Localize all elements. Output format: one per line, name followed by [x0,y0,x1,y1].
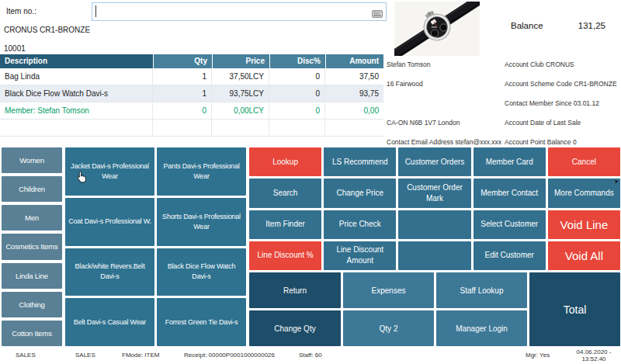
action-button-grid: LookupLS RecommendCustomer OrdersMember … [249,147,620,270]
action-button-label: Lookup [272,157,298,168]
action-button-label: Void Line [560,217,609,233]
cell-qty: 0 [153,102,212,119]
action-button-label: Item Finder [265,219,305,230]
status-time: 13:52:40 [568,355,619,362]
action-button-customer-order-mark[interactable]: Customer Order Mark [398,179,470,207]
bottom-button-manager-login[interactable]: Manager Login [436,310,527,346]
customer-info-line: 16 Fairwood [387,75,503,94]
keyboard-icon[interactable] [372,7,383,15]
cell-disc: 0 [269,68,325,85]
cell-price: 0,00LCY [212,102,269,119]
cell-disc [269,120,325,136]
receipt-table-header: Description Qty Price Disc% Amount [0,54,383,68]
action-button-label: Edit Customer [485,250,534,261]
product-button-black-dice-flow-watch-davi-s[interactable]: Black Dice Flow Watch Davi-s [157,248,246,296]
product-button-coat-davi-s-professional-w[interactable]: Coat Davi-s Professional W. [65,198,154,246]
text-caret [95,5,96,17]
receipt-table-body: Bag Linda137,50LCY037,50Black Dice Flow … [0,68,383,137]
action-button-item-finder[interactable]: Item Finder [249,210,321,239]
category-button-linda-line[interactable]: Linda Line [2,263,62,289]
action-button-cancel[interactable]: Cancel [548,147,620,176]
product-button-forrest-green-tie-davi-s[interactable]: Forrest Green Tie Davi-s [157,298,246,346]
cell-disc: 0 [269,85,325,102]
cell-amt: 93,75 [325,85,383,102]
action-button-ls-recommend[interactable]: LS Recommend [324,147,396,176]
status-item-fmode-item: FMode: ITEM [122,347,159,364]
cell-desc [0,120,153,136]
column-header-disc: Disc% [269,54,325,68]
action-button-change-price[interactable]: Change Price [324,179,396,207]
account-info-line: Account Club CRONUS [505,55,621,75]
product-button-black-white-revers-belt-davi-s[interactable]: Black/white Revers.Belt Davi-s [65,248,154,296]
action-button-label: Customer Orders [405,157,465,168]
action-button-label: Line Discount % [257,250,313,261]
product-image-watch [394,2,480,56]
cell-desc: Bag Linda [0,68,153,85]
category-button-children[interactable]: Children [2,176,62,202]
action-button-customer-orders[interactable]: Customer Orders [398,147,470,176]
bottom-button-staff-lookup[interactable]: Staff Lookup [436,272,527,308]
receipt-row-empty [0,120,383,137]
action-button-label: Change Price [336,188,383,199]
action-button-select-customer[interactable]: Select Customer [474,210,546,239]
action-button-label: Line Discount Amount [326,244,394,266]
item-no-input[interactable] [92,2,387,21]
action-button-void-all[interactable]: Void All [548,241,620,270]
account-info-line: Contact Member Since 03.01.12 [505,94,621,113]
action-button-member-card[interactable]: Member Card [474,147,546,176]
cell-qty: 1 [153,68,212,85]
item-no-label: Item no.: [6,7,36,16]
action-button-label: LS Recommend [332,157,388,168]
action-cell-empty[interactable] [398,210,470,239]
product-button-belt-davi-s-casual-wear[interactable]: Belt Davi-s Casual Wear [65,298,154,346]
action-button-member-contact[interactable]: Member Contact [474,179,546,207]
bottom-button-qty-2[interactable]: Qty 2 [343,310,434,346]
action-button-price-check[interactable]: Price Check [324,210,396,239]
bottom-button-grid: ReturnExpensesStaff LookupTotalChange Qt… [249,272,620,346]
action-button-lookup[interactable]: Lookup [249,147,321,176]
store-name: CRONUS CR1-BRONZE [4,26,90,34]
receipt-table: Description Qty Price Disc% Amount Bag L… [0,54,383,137]
category-button-women[interactable]: Women [2,147,62,173]
receipt-row[interactable]: Black Dice Flow Watch Davi-s193,75LCY093… [0,85,383,102]
action-button-label: Customer Order Mark [401,182,468,204]
product-button-grid: Jacket Davi-s Professional WearPants Dav… [65,147,246,346]
bottom-button-change-qty[interactable]: Change Qty [249,310,341,346]
category-button-cotton-items[interactable]: Cotton Items [2,321,62,346]
column-header-qty: Qty [153,54,212,68]
product-button-shorts-davi-s-professional-wear[interactable]: Shorts Davi-s Professional Wear [157,198,246,246]
category-button-clothing[interactable]: Clothing [2,292,62,317]
receipt-row[interactable]: Member: Stefan Tomson00,00LCY00,00 [0,102,383,120]
customer-info-line [387,94,503,113]
receipt-row[interactable]: Bag Linda137,50LCY037,50 [0,68,383,85]
cell-price: 37,50LCY [212,68,269,85]
action-button-label: Void All [565,248,603,264]
cell-amt [325,120,383,136]
account-info-column: Account Club CRONUSAccount Scheme Code C… [505,55,621,152]
cell-amt: 0,00 [325,102,383,119]
column-header-price: Price [212,54,269,68]
action-button-line-discount-amount[interactable]: Line Discount Amount [324,241,396,270]
cell-disc: 0 [269,102,325,119]
action-cell-empty[interactable] [398,241,470,270]
category-button-men[interactable]: Men [2,205,62,231]
product-button-jacket-davi-s-professional-wear[interactable]: Jacket Davi-s Professional Wear [65,147,154,196]
customer-info-line: Stefan Tomson [387,55,503,75]
action-button-void-line[interactable]: Void Line [548,210,620,239]
action-button-search[interactable]: Search [249,179,321,207]
cell-amt: 37,50 [325,68,383,85]
bottom-button-total[interactable]: Total [529,272,620,346]
bottom-button-expenses[interactable]: Expenses [343,272,434,308]
column-header-amount: Amount [325,54,383,68]
action-button-line-discount[interactable]: Line Discount % [249,241,321,270]
customer-info-column: Stefan Tomson16 FairwoodCA-ON N6B 1V7 Lo… [387,55,503,152]
action-button-label: Member Card [486,157,533,168]
action-button-label: Price Check [339,219,381,230]
product-button-pants-davi-s-professional-wear[interactable]: Pants Davi-s Professional Wear [157,147,246,196]
terminal-id: 10001 [4,44,26,53]
action-button-more-commands[interactable]: More Commands➤ [548,179,620,207]
action-button-label: Select Customer [480,219,538,230]
action-button-edit-customer[interactable]: Edit Customer [474,241,546,270]
category-button-cosmetics-items[interactable]: Cosmetics Items [2,234,62,259]
bottom-button-return[interactable]: Return [249,272,341,308]
